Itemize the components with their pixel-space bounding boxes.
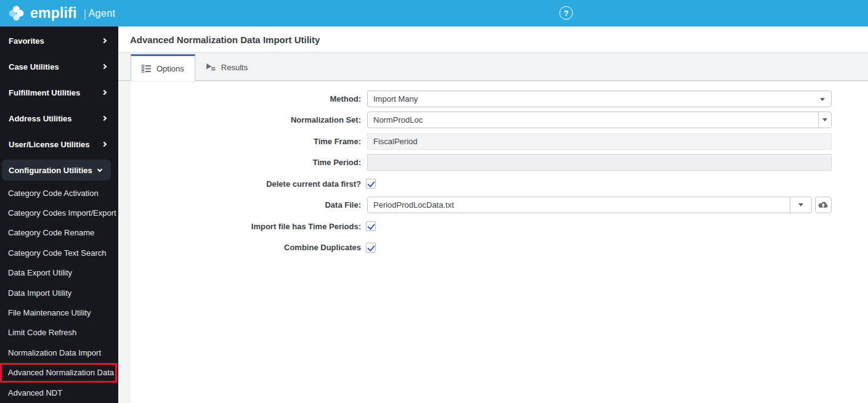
tab-label: Results — [221, 63, 248, 72]
form-row-normalization-set: Normalization Set: NormProdLoc — [131, 110, 868, 131]
brand-divider: | — [84, 7, 87, 20]
sidebar-subitem-normalization-data-import[interactable]: Normalization Data Import — [0, 343, 118, 362]
chevron-right-icon — [102, 116, 107, 121]
method-select[interactable]: Import Many — [367, 91, 832, 107]
help-circle-icon[interactable]: ? — [559, 6, 573, 20]
time-frame-value: FiscalPeriod — [373, 137, 418, 146]
normalization-set-value: NormProdLoc — [368, 112, 818, 128]
sidebar-item-configuration-utilities[interactable]: Configuration Utilities — [2, 160, 111, 181]
help-glyph: ? — [564, 9, 569, 18]
delete-first-checkbox[interactable] — [366, 179, 376, 189]
sidebar-subitem-advanced-normalization-data[interactable]: Advanced Normalization Data — [0, 363, 117, 383]
sidebar-subitem-label: Advanced NDT — [8, 388, 62, 397]
combine-duplicates-checkbox[interactable] — [366, 243, 376, 253]
form-row-delete-first: Delete current data first? — [131, 173, 868, 195]
brand-name: emplifi — [30, 5, 77, 22]
main-content: Advanced Normalization Data Import Utili… — [118, 26, 868, 403]
form-row-time-period: Time Period: — [131, 152, 868, 174]
sidebar-item-label: Case Utilities — [9, 62, 59, 71]
run-results-icon — [206, 63, 216, 71]
normalization-set-label: Normalization Set: — [131, 115, 367, 124]
method-value: Import Many — [373, 94, 418, 104]
normalization-set-combobox[interactable]: NormProdLoc — [367, 112, 832, 128]
data-file-dropdown-button[interactable] — [790, 197, 811, 213]
app-window: emplifi | Agent ? Favorites Case Utiliti… — [0, 0, 868, 403]
chevron-down-icon — [97, 166, 102, 171]
normalization-set-dropdown-button[interactable] — [818, 112, 831, 128]
sidebar-subitem-category-codes-import-export[interactable]: Category Codes Import/Export — [0, 203, 118, 222]
chevron-down-icon — [820, 98, 825, 101]
sidebar-subitem-label: Normalization Data Import — [8, 348, 101, 357]
sidebar-subitem-category-code-activation[interactable]: Category Code Activation — [0, 183, 118, 203]
chevron-right-icon — [102, 38, 107, 43]
chevron-down-icon — [798, 203, 803, 206]
form-row-time-frame: Time Frame: FiscalPeriod — [131, 131, 868, 152]
time-frame-field: FiscalPeriod — [367, 133, 832, 150]
top-header: emplifi | Agent ? — [0, 0, 868, 26]
sidebar-item-fulfillment-utilities[interactable]: Fulfillment Utilities — [0, 79, 118, 105]
sidebar-subitem-label: File Maintenance Utility — [8, 308, 91, 317]
sidebar-subitem-label: Category Code Activation — [8, 189, 99, 198]
sidebar-item-favorites[interactable]: Favorites — [0, 28, 118, 54]
import-time-periods-checkbox[interactable] — [366, 221, 376, 231]
tab-options[interactable]: Options — [131, 54, 195, 81]
title-bar: Advanced Normalization Data Import Utili… — [118, 26, 868, 53]
form-row-data-file: Data File: PeriodProdLocData.txt — [131, 195, 868, 216]
sidebar-item-case-utilities[interactable]: Case Utilities — [0, 54, 118, 79]
sidebar-item-user-license-utilities[interactable]: User/License Utilities — [0, 131, 118, 157]
form-row-method: Method: Import Many — [131, 88, 868, 110]
sidebar-subitem-label: Data Export Utility — [8, 268, 72, 277]
import-time-periods-label: Import file has Time Periods: — [131, 222, 367, 231]
chevron-right-icon — [102, 90, 107, 95]
combine-duplicates-label: Combine Duplicates — [131, 243, 367, 252]
options-list-icon — [142, 65, 151, 73]
emplifi-flower-logo — [8, 5, 25, 22]
sidebar-nav: Favorites Case Utilities Fulfillment Uti… — [0, 26, 118, 403]
time-period-label: Time Period: — [131, 158, 367, 167]
sidebar-subitem-category-code-rename[interactable]: Category Code Rename — [0, 223, 118, 243]
sidebar-subitem-label: Limit Code Refresh — [8, 328, 76, 337]
sidebar-subitem-data-export-utility[interactable]: Data Export Utility — [0, 263, 118, 283]
file-upload-button[interactable] — [815, 197, 832, 213]
sidebar-subitem-label: Data Import Utility — [8, 288, 71, 298]
method-label: Method: — [131, 94, 367, 104]
sidebar-subitem-label: Advanced Normalization Data — [8, 368, 114, 377]
sidebar-subitem-limit-code-refresh[interactable]: Limit Code Refresh — [0, 323, 118, 343]
chevron-down-icon — [822, 118, 827, 121]
sidebar-subitem-file-maintenance-utility[interactable]: File Maintenance Utility — [0, 303, 118, 322]
tab-label: Options — [156, 64, 184, 73]
sidebar-item-address-utilities[interactable]: Address Utilities — [0, 105, 118, 131]
data-file-combobox[interactable]: PeriodProdLocData.txt — [367, 197, 812, 213]
data-file-label: Data File: — [131, 200, 367, 210]
sidebar-item-label: User/License Utilities — [9, 140, 90, 149]
data-file-value: PeriodProdLocData.txt — [368, 197, 790, 213]
time-period-field — [367, 154, 832, 171]
import-options-form: Method: Import Many Normalization Set: N… — [131, 82, 868, 258]
sidebar-subitem-label: Category Code Rename — [8, 228, 94, 237]
chevron-right-icon — [102, 64, 107, 69]
sidebar-item-label: Fulfillment Utilities — [9, 88, 80, 97]
sidebar-item-label: Address Utilities — [9, 114, 72, 123]
sidebar-subitem-advanced-ndt[interactable]: Advanced NDT — [0, 383, 118, 402]
options-tab-panel: Method: Import Many Normalization Set: N… — [131, 82, 868, 403]
time-frame-label: Time Frame: — [131, 137, 367, 146]
sidebar-subitem-category-code-text-search[interactable]: Category Code Text Search — [0, 243, 118, 263]
chevron-right-icon — [102, 142, 107, 147]
sidebar-item-label: Configuration Utilities — [9, 166, 92, 175]
tab-strip: Options Results — [118, 53, 868, 81]
sidebar-subitem-label: Category Codes Import/Export — [8, 208, 116, 218]
form-row-combine-duplicates: Combine Duplicates — [131, 237, 868, 259]
form-row-import-time-periods: Import file has Time Periods: — [131, 216, 868, 237]
delete-first-label: Delete current data first? — [131, 179, 367, 189]
tab-results[interactable]: Results — [195, 54, 258, 80]
sidebar-subitem-label: Category Code Text Search — [8, 248, 106, 258]
sidebar-item-label: Favorites — [9, 36, 44, 46]
sidebar-subitem-data-import-utility[interactable]: Data Import Utility — [0, 283, 118, 303]
product-name: Agent — [88, 8, 115, 19]
page-title: Advanced Normalization Data Import Utili… — [130, 35, 320, 45]
cloud-upload-icon — [818, 201, 829, 209]
